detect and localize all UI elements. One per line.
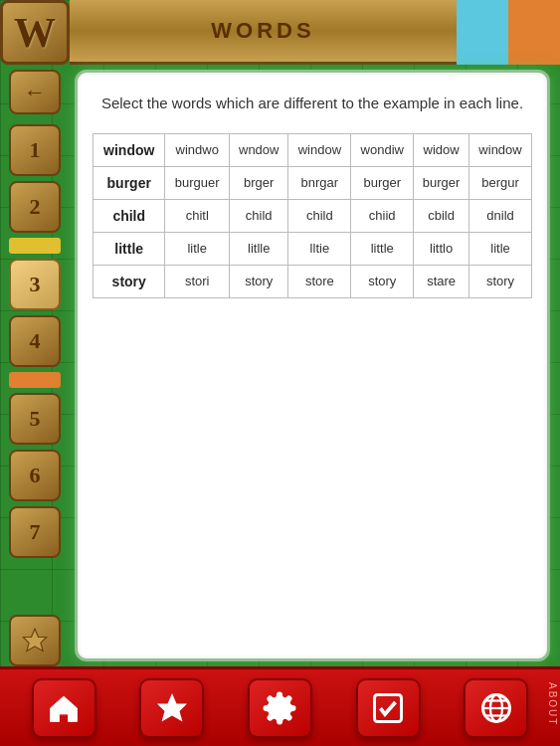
- check-button[interactable]: [356, 678, 421, 738]
- variant-cell[interactable]: windwo: [165, 133, 230, 166]
- svg-marker-1: [157, 693, 187, 722]
- left-sidebar: ← 1 2 3 4 5 6 7: [0, 65, 70, 666]
- home-button[interactable]: [32, 678, 96, 738]
- w-letter: W: [14, 9, 56, 57]
- variant-cell[interactable]: child: [288, 199, 351, 232]
- check-icon: [370, 690, 406, 726]
- variant-cell[interactable]: stare: [414, 265, 469, 297]
- back-button[interactable]: ←: [9, 70, 61, 114]
- top-right-colors: [457, 0, 560, 65]
- variant-cell[interactable]: window: [469, 133, 532, 166]
- variant-cell[interactable]: bnrgar: [288, 166, 351, 199]
- example-word-cell[interactable]: little: [93, 232, 165, 265]
- level-3-button[interactable]: 3: [9, 259, 61, 310]
- home-icon: [46, 690, 82, 726]
- variant-cell[interactable]: chitl: [165, 199, 230, 232]
- main-content-panel: Select the words which are different to …: [75, 70, 550, 661]
- globe-icon: [478, 690, 514, 726]
- star-sidebar-button[interactable]: [9, 615, 61, 666]
- variant-cell[interactable]: brger: [230, 166, 288, 199]
- table-row: littlelitlelitllelltielittlelittlolitle: [93, 232, 532, 265]
- sidebar-color-orange: [9, 372, 61, 388]
- variant-cell[interactable]: wondiw: [351, 133, 414, 166]
- level-6-button[interactable]: 6: [9, 450, 61, 501]
- gear-icon: [262, 690, 297, 726]
- level-1-button[interactable]: 1: [9, 124, 61, 176]
- sidebar-color-yellow: [9, 238, 61, 254]
- word-table: windowwindwowndowwindowwondiwwidowwindow…: [93, 133, 532, 298]
- bottom-bar: ABOUT: [0, 666, 560, 746]
- variant-cell[interactable]: dnild: [469, 199, 532, 232]
- variant-cell[interactable]: little: [351, 232, 414, 265]
- example-word-cell[interactable]: burger: [93, 166, 165, 199]
- variant-cell[interactable]: litle: [165, 232, 230, 265]
- svg-marker-0: [23, 629, 46, 651]
- instruction-text: Select the words which are different to …: [93, 93, 532, 115]
- variant-cell[interactable]: story: [469, 265, 532, 297]
- variant-cell[interactable]: litlle: [230, 232, 288, 265]
- variant-cell[interactable]: lltie: [288, 232, 351, 265]
- level-4-button[interactable]: 4: [9, 315, 61, 367]
- variant-cell[interactable]: window: [288, 133, 351, 166]
- top-color-cyan: [457, 0, 508, 65]
- star-icon: [21, 627, 49, 654]
- level-7-button[interactable]: 7: [9, 506, 61, 558]
- about-label: ABOUT: [547, 682, 558, 726]
- app-title: WORDS: [211, 18, 314, 44]
- variant-cell[interactable]: story: [351, 265, 414, 297]
- w-logo-tile: W: [0, 0, 70, 65]
- example-word-cell[interactable]: window: [93, 133, 165, 166]
- table-row: childchitlchildchildchiidcbilddnild: [93, 199, 532, 232]
- example-word-cell[interactable]: story: [93, 265, 165, 297]
- variant-cell[interactable]: child: [230, 199, 288, 232]
- variant-cell[interactable]: wndow: [230, 133, 288, 166]
- table-row: storystoristorystorestorystarestory: [93, 265, 532, 297]
- star-icon: [154, 690, 190, 726]
- variant-cell[interactable]: burger: [351, 166, 414, 199]
- variant-cell[interactable]: widow: [414, 133, 469, 166]
- variant-cell[interactable]: cbild: [414, 199, 469, 232]
- top-color-orange: [508, 0, 560, 65]
- table-row: burgerburguerbrgerbnrgarburgerburgerberg…: [93, 166, 532, 199]
- variant-cell[interactable]: bergur: [469, 166, 532, 199]
- example-word-cell[interactable]: child: [93, 199, 165, 232]
- top-bar: W WORDS: [0, 0, 560, 65]
- globe-button[interactable]: [464, 678, 528, 738]
- variant-cell[interactable]: store: [288, 265, 351, 297]
- settings-button[interactable]: [248, 678, 312, 738]
- back-arrow-icon: ←: [24, 80, 46, 105]
- variant-cell[interactable]: litle: [469, 232, 532, 265]
- variant-cell[interactable]: littlo: [414, 232, 469, 265]
- variant-cell[interactable]: chiid: [351, 199, 414, 232]
- title-band: WORDS: [70, 0, 457, 65]
- level-2-button[interactable]: 2: [9, 181, 61, 233]
- variant-cell[interactable]: burger: [414, 166, 469, 199]
- favorites-button[interactable]: [139, 678, 204, 738]
- variant-cell[interactable]: burguer: [165, 166, 230, 199]
- table-row: windowwindwowndowwindowwondiwwidowwindow: [93, 133, 532, 166]
- variant-cell[interactable]: story: [230, 265, 288, 297]
- variant-cell[interactable]: stori: [165, 265, 230, 297]
- level-5-button[interactable]: 5: [9, 393, 61, 445]
